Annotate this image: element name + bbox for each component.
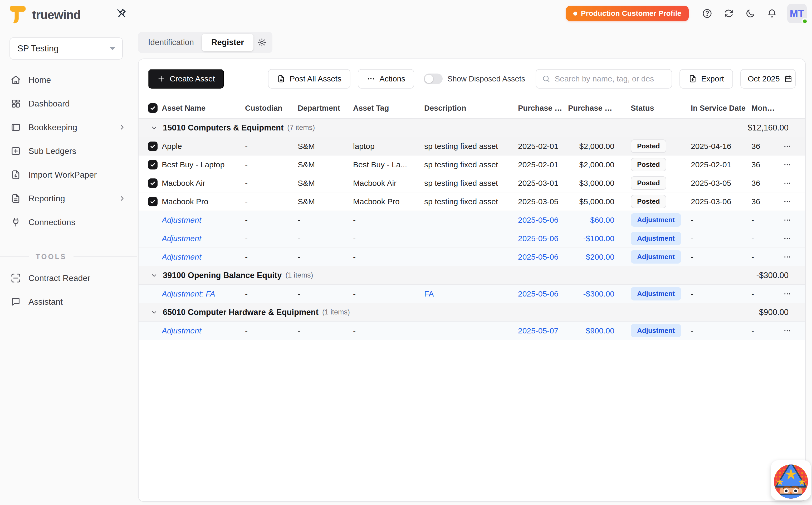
dark-mode-moon-icon[interactable] [742,4,759,22]
cell-status: Adjustment [618,213,691,227]
show-disposed-toggle[interactable] [424,73,443,84]
sidebar-item-label: Reporting [28,194,65,203]
cell-in-service-date: - [691,234,752,243]
cell-purchase-date: 2025-02-01 [518,160,568,169]
cell-purchase-price: $900.00 [568,326,618,335]
post-all-assets-button[interactable]: Post All Assets [268,69,351,89]
row-menu-icon[interactable] [780,195,794,208]
notifications-bell-icon[interactable] [763,4,781,22]
cell-asset-tag: - [353,252,424,262]
export-button[interactable]: Export [679,69,733,89]
sidebar-item-import-workpaper[interactable]: Import WorkPaper [0,163,137,187]
chevron-down-icon[interactable] [150,308,158,316]
cell-in-service-date: - [691,216,752,224]
row-menu-icon[interactable] [780,158,794,172]
cell-custodian: - [245,252,298,262]
tab-settings-gear-icon[interactable] [253,34,270,51]
checkbox[interactable] [148,178,158,188]
cell-asset-name: Adjustment [162,216,245,224]
checkbox[interactable] [148,142,158,151]
online-status-dot [801,18,808,25]
assistant-wizard-button[interactable]: ★ ★ ★ [771,460,811,500]
sidebar-item-assistant[interactable]: Assistant [0,290,137,314]
environment-badge[interactable]: Production Customer Profile [566,6,689,21]
status-badge: Adjustment [631,232,681,245]
row-actions-cell [780,176,796,190]
cell-custodian: - [245,234,298,243]
status-badge: Adjustment [631,324,681,337]
actions-button[interactable]: Actions [358,69,414,89]
user-avatar[interactable]: MT [787,4,807,23]
status-badge: Posted [631,195,666,208]
help-icon[interactable] [698,4,716,22]
row-actions-cell [780,139,796,153]
chevron-right-icon [118,194,127,203]
cell-purchase-date: 2025-05-06 [518,216,568,224]
cell-asset-tag: Best Buy - La... [353,160,424,169]
cell-months: 36 [752,160,780,169]
workspace-name: SP Testing [17,43,59,53]
cell-custodian: - [245,326,298,335]
row-menu-icon[interactable] [780,213,794,227]
chat-icon [11,297,21,307]
chevron-down-icon[interactable] [150,124,158,132]
row-menu-icon[interactable] [780,287,794,301]
row-menu-icon[interactable] [780,232,794,245]
cell-description: sp testing fixed asset [424,197,518,206]
show-disposed-toggle-wrap: Show Disposed Assets [424,73,525,84]
row-menu-icon[interactable] [780,250,794,264]
cell-months: - [752,289,780,298]
group-title: 15010 Computers & Equipment [163,123,283,133]
column-header-asset-name: Asset Name [162,103,245,113]
create-asset-button[interactable]: Create Asset [148,69,224,89]
sidebar-item-label: Sub Ledgers [28,146,76,156]
sidebar-item-bookkeeping[interactable]: Bookkeeping [0,116,137,139]
group-items-count: (1 items) [285,271,313,279]
cell-status: Adjustment [618,232,691,245]
calendar-icon [784,74,793,83]
tools-divider: TOOLS [0,251,137,262]
row-menu-icon[interactable] [780,324,794,338]
svg-text:★: ★ [798,477,806,487]
checkbox[interactable] [148,160,158,169]
sidebar-item-sub-ledgers[interactable]: Sub Ledgers [0,139,137,163]
checkbox[interactable] [148,103,158,113]
plug-icon [11,217,21,227]
search-input[interactable] [555,74,666,83]
cell-asset-tag: Macbook Air [353,179,424,188]
sidebar-item-label: Home [28,75,51,85]
ledger-icon [11,146,21,156]
cell-in-service-date: - [691,252,752,262]
sidebar-item-contract-reader[interactable]: Contract Reader [0,266,137,290]
search-box [536,69,672,89]
sidebar-item-dashboard[interactable]: Dashboard [0,92,137,116]
sidebar-item-label: Dashboard [28,99,70,109]
sidebar-item-home[interactable]: Home [0,68,137,92]
cell-purchase-date: 2025-05-06 [518,252,568,262]
sidebar-item-reporting[interactable]: Reporting [0,187,137,210]
row-actions-cell [780,232,796,245]
top-bar: truewind Production Customer Profile MT [0,0,812,29]
period-selector-button[interactable]: Oct 2025 [740,69,796,89]
adjustment-row: Adjustment---2025-05-06-$100.00Adjustmen… [139,229,805,248]
workspace-selector[interactable]: SP Testing [9,37,123,59]
row-menu-icon[interactable] [780,176,794,190]
tools-label: TOOLS [29,253,74,261]
checkbox[interactable] [148,197,158,206]
adjustment-row: Adjustment---2025-05-06$60.00Adjustment-… [139,211,805,229]
refresh-icon[interactable] [720,4,738,22]
row-actions-cell [780,158,796,172]
row-menu-icon[interactable] [780,139,794,153]
unpin-sidebar-icon[interactable] [115,7,128,20]
cell-status: Posted [618,158,691,171]
tab-identification[interactable]: Identification [140,34,202,51]
group-total: -$300.00 [757,271,789,280]
sidebar-item-connections[interactable]: Connections [0,210,137,234]
chevron-down-icon[interactable] [150,272,158,279]
tab-register[interactable]: Register [202,34,253,51]
row-actions-cell [780,250,796,264]
cell-purchase-date: 2025-05-07 [518,326,568,335]
dashboard-icon [11,98,21,109]
cell-months: 36 [752,142,780,151]
cell-asset-name: Best Buy - Laptop [162,160,245,169]
